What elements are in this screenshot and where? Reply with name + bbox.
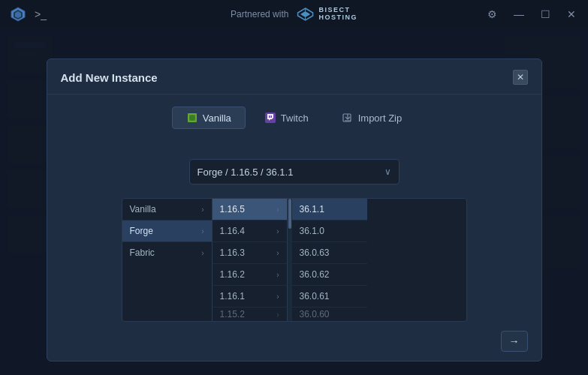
loader-vanilla-arrow: ›	[201, 206, 204, 214]
vanilla-icon	[186, 112, 198, 124]
version2-item-0[interactable]: 36.1.1	[292, 199, 367, 220]
app-logo	[9, 5, 27, 23]
partner-text: Partnered with	[231, 9, 288, 20]
svg-marker-4	[300, 11, 309, 17]
svg-rect-11	[269, 116, 270, 118]
tab-import[interactable]: Import Zip	[327, 106, 417, 129]
dropdown-arrow-icon: ∨	[384, 166, 391, 177]
modal-overlay: Add New Instance ✕ Vanilla	[0, 28, 588, 375]
modal: Add New Instance ✕ Vanilla	[47, 58, 542, 362]
version1-item-3[interactable]: 1.16.2 ›	[213, 264, 287, 286]
version2-label-1: 36.1.0	[300, 226, 324, 236]
tab-twitch-label: Twitch	[281, 112, 309, 124]
version1-label-1: 1.16.4	[220, 226, 245, 236]
version2-column: 36.1.1 36.1.0 36.0.63 36.0.62 36.0.61	[292, 199, 367, 321]
tab-import-label: Import Zip	[358, 112, 403, 124]
version1-arrow-5: ›	[276, 310, 279, 319]
version1-label-5: 1.15.2	[220, 309, 245, 320]
loader-vanilla-label: Vanilla	[130, 204, 156, 214]
version2-label-2: 36.0.63	[300, 248, 330, 258]
modal-title: Add New Instance	[61, 71, 158, 84]
version1-item-5[interactable]: 1.15.2 ›	[213, 308, 287, 321]
version1-label-3: 1.16.2	[220, 269, 245, 280]
bisect-logo: BISECT HOSTING	[294, 7, 357, 22]
version2-item-4[interactable]: 36.0.61	[292, 286, 367, 308]
close-window-button[interactable]: ✕	[564, 7, 579, 22]
settings-button[interactable]: ⚙	[484, 7, 500, 22]
version2-item-3[interactable]: 36.0.62	[292, 264, 367, 286]
version1-scrollbar-thumb	[288, 199, 291, 229]
import-icon	[342, 112, 354, 124]
loader-fabric[interactable]: Fabric ›	[122, 242, 212, 263]
svg-rect-8	[189, 115, 195, 121]
loader-fabric-arrow: ›	[201, 249, 204, 257]
twitch-icon	[264, 112, 276, 124]
main-area: Add New Instance ✕ Vanilla	[0, 28, 588, 375]
version1-arrow-1: ›	[276, 227, 279, 236]
forge-dropdown[interactable]: Forge / 1.16.5 / 36.1.1 ∨	[189, 159, 400, 184]
loaders-column: Vanilla › Forge › Fabric ›	[122, 199, 213, 321]
next-button[interactable]: →	[501, 331, 528, 352]
version2-label-5: 36.0.60	[300, 309, 330, 320]
loader-forge[interactable]: Forge ›	[122, 220, 212, 242]
loader-forge-label: Forge	[130, 226, 153, 236]
version1-item-4[interactable]: 1.16.1 ›	[213, 286, 287, 308]
tab-vanilla-label: Vanilla	[203, 112, 231, 124]
loader-fabric-label: Fabric	[130, 248, 155, 258]
version1-arrow-2: ›	[276, 249, 279, 257]
version1-item-1[interactable]: 1.16.4 ›	[213, 220, 287, 242]
version1-label-4: 1.16.1	[220, 291, 245, 302]
version2-item-2[interactable]: 36.0.63	[292, 242, 367, 264]
version1-arrow-3: ›	[276, 271, 279, 279]
version2-label-4: 36.0.61	[300, 291, 330, 302]
modal-footer: →	[47, 322, 541, 361]
version1-column: 1.16.5 › 1.16.4 › 1.16.3 › 1.16.2	[213, 199, 288, 321]
version2-item-5[interactable]: 36.0.60	[292, 308, 367, 321]
version2-item-1[interactable]: 36.1.0	[292, 220, 367, 242]
version1-item-0[interactable]: 1.16.5 ›	[213, 199, 287, 220]
version1-label-2: 1.16.3	[220, 248, 245, 258]
modal-close-button[interactable]: ✕	[513, 70, 528, 85]
dropdown-value: Forge / 1.16.5 / 36.1.1	[198, 166, 294, 178]
titlebar: >_ Partnered with BISECT HOSTING ⚙ — ☐ ✕	[0, 0, 588, 28]
selector-panel: Vanilla › Forge › Fabric ›	[122, 198, 467, 322]
tabs-row: Vanilla Twitch	[47, 94, 541, 136]
version1-arrow-4: ›	[276, 292, 279, 301]
modal-header: Add New Instance ✕	[47, 59, 541, 94]
version2-label-3: 36.0.62	[300, 269, 330, 280]
loader-forge-arrow: ›	[201, 227, 204, 236]
partner-info: Partnered with BISECT HOSTING	[231, 7, 357, 22]
version1-item-2[interactable]: 1.16.3 ›	[213, 242, 287, 264]
version1-scrollbar[interactable]	[288, 199, 292, 321]
version1-arrow-0: ›	[276, 206, 279, 214]
tab-twitch[interactable]: Twitch	[250, 106, 323, 129]
dropdown-row: Forge / 1.16.5 / 36.1.1 ∨	[47, 136, 541, 192]
maximize-button[interactable]: ☐	[538, 7, 553, 22]
terminal-icon[interactable]: >_	[35, 8, 47, 20]
svg-rect-12	[270, 116, 272, 118]
version2-label-0: 36.1.1	[300, 204, 324, 214]
loader-vanilla[interactable]: Vanilla ›	[122, 199, 212, 220]
tab-vanilla[interactable]: Vanilla	[172, 106, 246, 129]
version1-label-0: 1.16.5	[220, 204, 245, 214]
minimize-button[interactable]: —	[511, 7, 527, 22]
